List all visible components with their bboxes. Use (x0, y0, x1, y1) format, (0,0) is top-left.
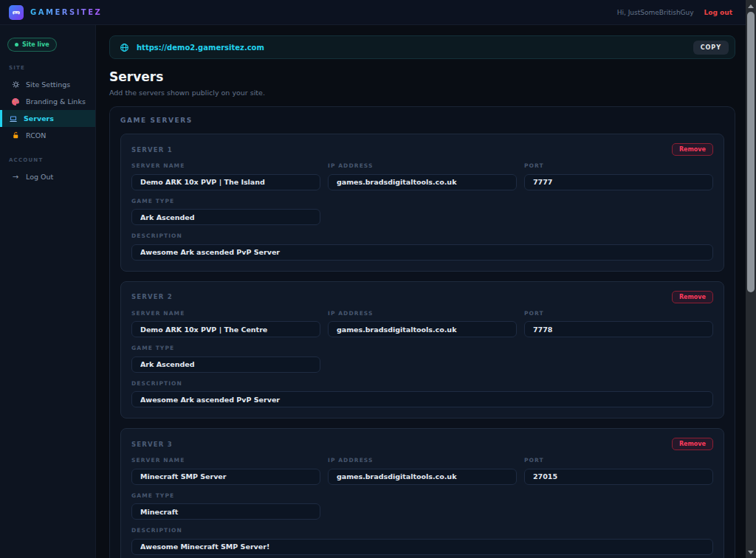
ip-address-label: IP ADDRESS (328, 162, 517, 169)
server-main-fields: SERVER NAME IP ADDRESS PORT (131, 457, 713, 485)
description-field-group: DESCRIPTION (131, 232, 713, 261)
server-card-header: SERVER 1 Remove (131, 143, 713, 156)
game-type-input[interactable] (131, 503, 320, 520)
site-live-label: Site live (22, 41, 49, 48)
description-field-group: DESCRIPTION (131, 527, 713, 555)
page-subtitle: Add the servers shown publicly on your s… (109, 89, 735, 97)
description-label: DESCRIPTION (131, 232, 713, 239)
sidebar-item-label: RCON (26, 131, 46, 140)
server-card-header: SERVER 3 Remove (131, 438, 713, 450)
port-label: PORT (524, 457, 713, 464)
sidebar-item-label: Site Settings (26, 80, 70, 89)
description-field-group: DESCRIPTION (131, 380, 713, 408)
brand[interactable]: GAMERSITEZ (9, 5, 102, 20)
gear-icon (11, 80, 20, 89)
server-card-header: SERVER 2 Remove (131, 291, 713, 303)
sidebar-item-label: Servers (24, 114, 54, 123)
port-input[interactable] (524, 469, 713, 485)
sidebar-item-branding-links[interactable]: Branding & Links (0, 93, 95, 110)
site-url[interactable]: https://demo2.gamersitez.com (137, 44, 686, 52)
main-content: https://demo2.gamersitez.com COPY Server… (96, 25, 746, 558)
server-name-input[interactable] (131, 174, 320, 190)
server-main-fields: SERVER NAME IP ADDRESS PORT (131, 162, 713, 190)
laptop-icon (9, 114, 18, 123)
sidebar-item-site-settings[interactable]: Site Settings (0, 76, 95, 93)
remove-server-button[interactable]: Remove (672, 143, 713, 156)
ip-address-field-group: IP ADDRESS (328, 162, 517, 190)
port-field-group: PORT (524, 162, 713, 190)
sidebar-section-account: ACCOUNT (9, 157, 95, 163)
game-type-label: GAME TYPE (131, 492, 320, 499)
sidebar: Site live SITE Site Settings Br (0, 25, 96, 558)
server-card: SERVER 3 Remove SERVER NAME IP ADDRESS P… (120, 428, 724, 558)
game-type-field-group: GAME TYPE (131, 198, 320, 226)
palette-icon (11, 97, 20, 106)
site-live-badge: Site live (7, 38, 57, 52)
game-type-field-group: GAME TYPE (131, 492, 320, 520)
sidebar-item-servers[interactable]: Servers (0, 110, 95, 127)
server-cards-list: SERVER 1 Remove SERVER NAME IP ADDRESS P… (120, 134, 724, 558)
server-label: SERVER 2 (131, 293, 173, 300)
game-type-input[interactable] (131, 209, 320, 225)
port-input[interactable] (524, 321, 713, 337)
server-name-label: SERVER NAME (131, 162, 320, 169)
ip-address-input[interactable] (328, 321, 517, 337)
scrollbar-thumb[interactable] (747, 12, 755, 292)
ip-address-label: IP ADDRESS (328, 457, 517, 464)
topbar: GAMERSITEZ Hi, JustSomeBritishGuy Log ou… (0, 0, 746, 25)
server-label: SERVER 3 (131, 441, 173, 448)
sidebar-item-label: Branding & Links (26, 97, 86, 106)
sidebar-item-log-out[interactable]: → Log Out (0, 168, 95, 185)
ip-address-field-group: IP ADDRESS (328, 310, 517, 338)
server-card: SERVER 1 Remove SERVER NAME IP ADDRESS P… (120, 134, 724, 272)
game-type-input[interactable] (131, 356, 320, 373)
port-input[interactable] (524, 174, 713, 190)
scrollbar-up-arrow-icon[interactable] (746, 1, 756, 11)
remove-server-button[interactable]: Remove (672, 438, 713, 450)
lock-icon (11, 131, 20, 140)
scrollbar-down-arrow-icon[interactable] (746, 547, 756, 557)
gamepad-icon (9, 5, 24, 20)
game-servers-panel: GAME SERVERS SERVER 1 Remove SERVER NAME… (109, 106, 735, 558)
port-field-group: PORT (524, 310, 713, 338)
topbar-right: Hi, JustSomeBritishGuy Log out (617, 9, 732, 16)
description-input[interactable] (131, 539, 713, 555)
game-type-field-group: GAME TYPE (131, 345, 320, 373)
description-input[interactable] (131, 391, 713, 407)
brand-name: GAMERSITEZ (30, 8, 102, 16)
game-type-label: GAME TYPE (131, 198, 320, 204)
description-input[interactable] (131, 244, 713, 261)
description-label: DESCRIPTION (131, 527, 713, 534)
sidebar-item-label: Log Out (26, 173, 53, 181)
arrow-right-icon: → (11, 173, 20, 182)
globe-icon (120, 43, 129, 52)
description-label: DESCRIPTION (131, 380, 713, 387)
live-dot-icon (15, 43, 18, 46)
server-name-input[interactable] (131, 469, 320, 485)
server-name-input[interactable] (131, 321, 320, 337)
copy-button[interactable]: COPY (693, 41, 729, 55)
site-url-bar: https://demo2.gamersitez.com COPY (109, 35, 735, 59)
ip-address-input[interactable] (328, 469, 517, 485)
server-card: SERVER 2 Remove SERVER NAME IP ADDRESS P… (120, 281, 724, 419)
server-name-label: SERVER NAME (131, 457, 320, 464)
user-greeting: Hi, JustSomeBritishGuy (617, 9, 694, 16)
port-field-group: PORT (524, 457, 713, 485)
game-type-label: GAME TYPE (131, 345, 320, 351)
panel-title: GAME SERVERS (120, 117, 724, 124)
logout-link[interactable]: Log out (704, 9, 732, 16)
ip-address-input[interactable] (328, 174, 517, 190)
sidebar-item-rcon[interactable]: RCON (0, 127, 95, 144)
server-name-field-group: SERVER NAME (131, 457, 320, 485)
vertical-scrollbar[interactable] (746, 0, 756, 558)
server-main-fields: SERVER NAME IP ADDRESS PORT (131, 310, 713, 338)
server-label: SERVER 1 (131, 146, 173, 154)
server-name-field-group: SERVER NAME (131, 162, 320, 190)
app-window: GAMERSITEZ Hi, JustSomeBritishGuy Log ou… (0, 0, 756, 558)
sidebar-section-site: SITE (9, 65, 95, 71)
remove-server-button[interactable]: Remove (672, 291, 713, 303)
server-name-label: SERVER NAME (131, 310, 320, 317)
server-name-field-group: SERVER NAME (131, 310, 320, 338)
port-label: PORT (524, 162, 713, 169)
page-title: Servers (109, 69, 735, 84)
